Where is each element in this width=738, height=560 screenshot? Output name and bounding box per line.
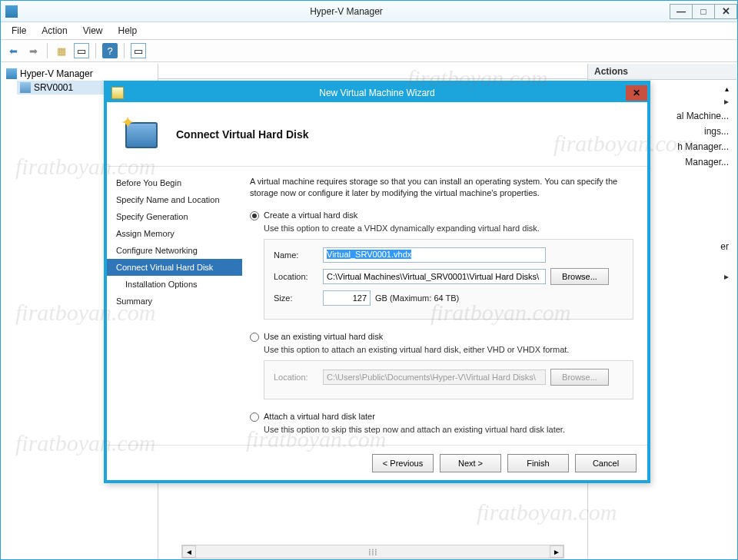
toolbar-icon-1[interactable]: ▦ bbox=[54, 43, 69, 58]
option-later-label: Attach a virtual hard disk later bbox=[264, 412, 375, 421]
nav-configure-networking[interactable]: Configure Networking bbox=[107, 242, 242, 259]
location-input[interactable] bbox=[323, 269, 546, 284]
app-icon bbox=[5, 5, 18, 18]
radio-create[interactable] bbox=[250, 211, 259, 220]
nav-specify-generation[interactable]: Specify Generation bbox=[107, 208, 242, 225]
location-label: Location: bbox=[274, 272, 318, 281]
finish-button[interactable]: Finish bbox=[507, 454, 569, 472]
option-existing-vhd[interactable]: Use an existing virtual hard disk bbox=[250, 332, 633, 342]
cancel-button[interactable]: Cancel bbox=[575, 454, 637, 472]
help-icon[interactable]: ? bbox=[102, 43, 118, 58]
option-create-vhd[interactable]: Create a virtual hard disk bbox=[250, 210, 633, 220]
browse-button-disabled: Browse... bbox=[550, 369, 609, 386]
nav-specify-name[interactable]: Specify Name and Location bbox=[107, 191, 242, 208]
nav-connect-vhd[interactable]: Connect Virtual Hard Disk bbox=[107, 259, 242, 276]
tree-root[interactable]: Hyper-V Manager bbox=[3, 67, 156, 81]
nav-installation-options[interactable]: Installation Options bbox=[107, 276, 242, 293]
option-create-desc: Use this option to create a VHDX dynamic… bbox=[264, 224, 633, 233]
back-icon[interactable]: ⬅ bbox=[5, 43, 21, 58]
wizard-heading: Connect Virtual Hard Disk bbox=[176, 128, 308, 141]
nav-assign-memory[interactable]: Assign Memory bbox=[107, 225, 242, 242]
browse-button[interactable]: Browse... bbox=[550, 268, 609, 285]
existing-location-input bbox=[323, 369, 546, 385]
previous-button[interactable]: < Previous bbox=[372, 454, 434, 472]
wizard-titlebar: New Virtual Machine Wizard ✕ bbox=[107, 84, 647, 102]
wizard-close-button[interactable]: ✕ bbox=[626, 85, 647, 101]
forward-icon[interactable]: ➡ bbox=[25, 43, 41, 58]
scroll-left-icon[interactable]: ◄ bbox=[182, 545, 196, 558]
minimize-button[interactable]: — bbox=[670, 4, 693, 19]
next-button[interactable]: Next > bbox=[440, 454, 501, 472]
size-label: Size: bbox=[274, 293, 318, 303]
option-existing-desc: Use this option to attach an existing vi… bbox=[264, 345, 633, 354]
tree-root-label: Hyper-V Manager bbox=[20, 68, 93, 79]
wizard-nav: Before You Begin Specify Name and Locati… bbox=[107, 167, 242, 445]
option-attach-later[interactable]: Attach a virtual hard disk later bbox=[250, 412, 633, 422]
window-buttons: — □ ✕ bbox=[670, 4, 737, 19]
wizard-header: ✦ Connect Virtual Hard Disk bbox=[107, 102, 647, 167]
wizard-title: New Virtual Machine Wizard bbox=[128, 88, 626, 98]
window-title: Hyper-V Manager bbox=[22, 6, 670, 17]
nav-before-you-begin[interactable]: Before You Begin bbox=[107, 174, 242, 191]
size-suffix: GB (Maximum: 64 TB) bbox=[375, 293, 459, 303]
titlebar: Hyper-V Manager — □ ✕ bbox=[1, 1, 737, 22]
create-vhd-form: Name: Virtual_SRV0001.vhdx Location: Bro… bbox=[264, 239, 633, 320]
wizard-icon bbox=[111, 87, 124, 99]
nav-summary[interactable]: Summary bbox=[107, 293, 242, 310]
tree-child-label: SRV0001 bbox=[34, 82, 73, 93]
server-icon bbox=[6, 68, 17, 79]
center-header bbox=[158, 64, 587, 79]
toolbar-icon-3[interactable]: ▭ bbox=[131, 43, 146, 58]
actions-header: Actions bbox=[588, 64, 736, 80]
menu-help[interactable]: Help bbox=[111, 24, 145, 38]
toolbar: ⬅ ➡ ▦ ▭ ? ▭ bbox=[1, 39, 737, 62]
name-label: Name: bbox=[274, 250, 318, 260]
toolbar-separator bbox=[47, 43, 48, 58]
menu-view[interactable]: View bbox=[75, 24, 111, 38]
wizard-footer: < Previous Next > Finish Cancel bbox=[107, 445, 647, 480]
wizard-body: Before You Begin Specify Name and Locati… bbox=[107, 167, 647, 445]
name-input[interactable]: Virtual_SRV0001.vhdx bbox=[323, 247, 546, 263]
menu-file[interactable]: File bbox=[4, 24, 34, 38]
toolbar-icon-2[interactable]: ▭ bbox=[74, 43, 89, 58]
scroll-thumb[interactable]: ⁞⁞⁞ bbox=[196, 547, 550, 556]
wizard-intro: A virtual machine requires storage so th… bbox=[250, 176, 633, 200]
wizard-dialog: New Virtual Machine Wizard ✕ ✦ Connect V… bbox=[104, 81, 650, 483]
menu-action[interactable]: Action bbox=[34, 24, 75, 38]
radio-existing[interactable] bbox=[250, 333, 259, 342]
existing-vhd-form: Location: Browse... bbox=[264, 360, 633, 399]
scroll-right-icon[interactable]: ► bbox=[550, 545, 563, 558]
toolbar-separator bbox=[124, 43, 125, 58]
wizard-main: A virtual machine requires storage so th… bbox=[242, 167, 647, 445]
wizard-header-icon: ✦ bbox=[121, 113, 164, 156]
size-input[interactable] bbox=[323, 290, 371, 306]
option-existing-label: Use an existing virtual hard disk bbox=[264, 332, 383, 341]
option-create-label: Create a virtual hard disk bbox=[264, 210, 357, 220]
close-button[interactable]: ✕ bbox=[714, 4, 737, 19]
option-later-desc: Use this option to skip this step now an… bbox=[264, 425, 633, 434]
existing-location-label: Location: bbox=[274, 373, 318, 382]
toolbar-separator bbox=[95, 43, 96, 58]
menubar: File Action View Help bbox=[1, 22, 737, 39]
maximize-button[interactable]: □ bbox=[692, 4, 715, 19]
horizontal-scrollbar[interactable]: ◄ ⁞⁞⁞ ► bbox=[181, 545, 564, 558]
server-icon bbox=[20, 82, 31, 93]
radio-later[interactable] bbox=[250, 413, 259, 422]
